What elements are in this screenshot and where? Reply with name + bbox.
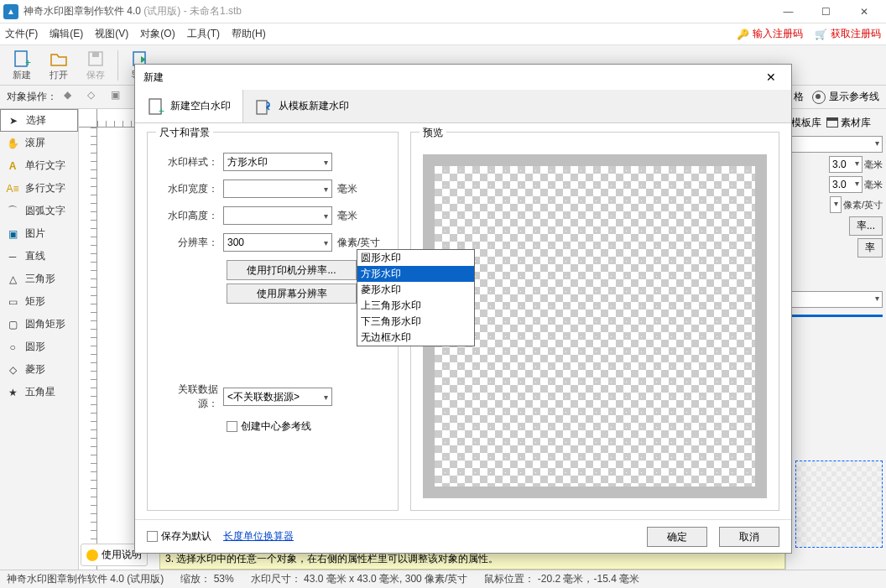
datasource-label: 关联数据源： xyxy=(159,382,218,411)
tab-new-blank[interactable]: + 新建空白水印 xyxy=(135,90,243,122)
cancel-button[interactable]: 取消 xyxy=(719,527,779,547)
new-dialog: 新建 ✕ + 新建空白水印 从模板新建水印 尺寸和背景 水印样式： 方形水印 xyxy=(134,64,792,554)
dialog-titlebar: 新建 ✕ xyxy=(135,65,791,90)
style-option[interactable]: 方形水印 xyxy=(357,266,474,282)
style-option[interactable]: 圆形水印 xyxy=(357,250,474,266)
new-blank-icon: + xyxy=(147,97,165,116)
dialog-mask: 新建 ✕ + 新建空白水印 从模板新建水印 尺寸和背景 水印样式： 方形水印 xyxy=(0,0,886,588)
width-combo[interactable] xyxy=(223,180,332,198)
save-default-checkbox[interactable]: 保存为默认 xyxy=(147,529,211,544)
style-combo[interactable]: 方形水印 xyxy=(223,153,332,171)
svg-rect-7 xyxy=(257,101,267,114)
svg-text:+: + xyxy=(159,106,164,116)
dpi-label: 分辨率： xyxy=(159,236,218,250)
dpi-unit: 像素/英寸 xyxy=(337,236,380,250)
height-label: 水印高度： xyxy=(159,209,218,223)
height-combo[interactable] xyxy=(223,206,332,225)
width-label: 水印宽度： xyxy=(159,182,218,196)
template-icon xyxy=(255,97,274,116)
style-dropdown[interactable]: 圆形水印 方形水印 菱形水印 上三角形水印 下三角形水印 无边框水印 xyxy=(357,249,475,346)
dialog-tabs: + 新建空白水印 从模板新建水印 xyxy=(135,90,791,123)
preview-group-label: 预览 xyxy=(420,126,446,140)
size-group-label: 尺寸和背景 xyxy=(156,126,213,140)
style-label: 水印样式： xyxy=(159,155,218,169)
style-option[interactable]: 下三角形水印 xyxy=(357,314,474,330)
style-option[interactable]: 菱形水印 xyxy=(357,282,474,298)
ok-button[interactable]: 确定 xyxy=(647,527,707,547)
checkbox-icon xyxy=(227,421,237,432)
use-screen-dpi-button[interactable]: 使用屏幕分辨率 xyxy=(227,284,357,304)
unit-converter-link[interactable]: 长度单位换算器 xyxy=(223,529,294,544)
create-center-guide-checkbox[interactable]: 创建中心参考线 xyxy=(227,419,386,434)
use-printer-dpi-button[interactable]: 使用打印机分辨率... xyxy=(227,260,357,280)
datasource-combo[interactable]: <不关联数据源> xyxy=(223,388,332,406)
height-unit: 毫米 xyxy=(337,209,357,223)
dpi-combo[interactable]: 300 xyxy=(223,233,332,252)
checkbox-icon xyxy=(147,531,158,542)
dialog-title: 新建 xyxy=(143,70,164,85)
style-option[interactable]: 上三角形水印 xyxy=(357,298,474,314)
tab-new-template[interactable]: 从模板新建水印 xyxy=(243,90,361,122)
width-unit: 毫米 xyxy=(337,182,357,196)
dialog-close-button[interactable]: ✕ xyxy=(759,70,783,84)
dialog-footer: 保存为默认 长度单位换算器 确定 取消 xyxy=(135,519,791,553)
style-option[interactable]: 无边框水印 xyxy=(357,330,474,346)
